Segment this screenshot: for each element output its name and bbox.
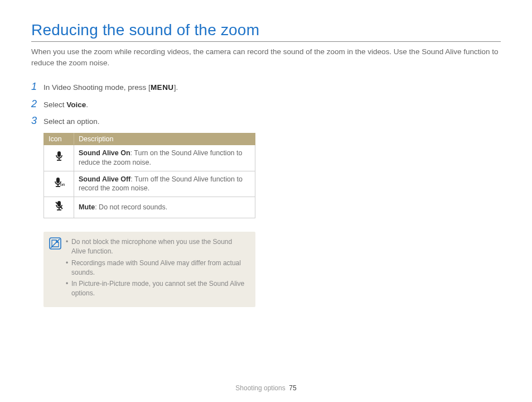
cell-description: Mute: Do not record sounds. [74,197,255,218]
step-number: 1 [31,82,43,93]
step-number: 3 [31,116,43,127]
divider [31,41,501,42]
cell-description: Sound Alive On: Turn on the Sound Alive … [74,145,255,171]
steps-list: 1 In Video Shooting mode, press [MENU]. … [31,82,277,307]
note-item: Do not block the microphone when you use… [66,237,248,256]
col-icon: Icon [44,133,74,145]
menu-button-label: MENU [151,83,174,92]
step-text: Select Voice. [43,99,88,111]
note-item: Recordings made with Sound Alive may dif… [66,259,248,277]
note-icon [49,237,61,250]
table-row: Sound Alive On: Turn on the Sound Alive … [44,145,255,171]
option-name: Sound Alive On [79,149,130,157]
step-number: 2 [31,99,43,110]
mic-on-icon [44,145,74,171]
step-1: 1 In Video Shooting mode, press [MENU]. [31,82,277,93]
step-bold: Voice [66,100,86,109]
step-post: . [86,100,88,109]
step-2: 2 Select Voice. [31,99,277,111]
mic-mute-icon [44,197,74,218]
page-footer: Shooting options 75 [0,384,532,392]
page-title: Reducing the sound of the zoom [31,21,501,39]
footer-section: Shooting options [235,384,285,392]
option-name: Sound Alive Off [79,175,130,183]
option-name: Mute [79,203,95,211]
step-post: ]. [174,83,178,92]
table-row: OFF Sound Alive Off: Turn off the Sound … [44,171,255,197]
options-table: Icon Description Sound Alive On: Turn on… [43,133,255,218]
svg-text:OFF: OFF [60,183,65,186]
note-item: In Picture-in-Picture mode, you cannot s… [66,279,248,298]
intro-text: When you use the zoom while recording vi… [31,46,501,68]
col-description: Description [74,133,255,145]
page-number: 75 [289,384,296,392]
mic-off-icon: OFF [44,171,74,197]
step-text: In Video Shooting mode, press [MENU]. [43,82,178,93]
cell-description: Sound Alive Off: Turn off the Sound Aliv… [74,171,255,197]
step-3: 3 Select an option. [31,116,277,127]
svg-rect-0 [57,151,61,157]
step-pre: Select [43,100,66,109]
svg-rect-3 [56,178,60,183]
step-pre: In Video Shooting mode, press [ [43,83,151,92]
table-row: Mute: Do not record sounds. [44,197,255,218]
step-pre: Select an option. [43,117,100,126]
step-text: Select an option. [43,116,100,127]
option-desc: : Do not record sounds. [95,203,167,211]
note-list: Do not block the microphone when you use… [66,237,248,300]
note-box: Do not block the microphone when you use… [43,232,255,307]
